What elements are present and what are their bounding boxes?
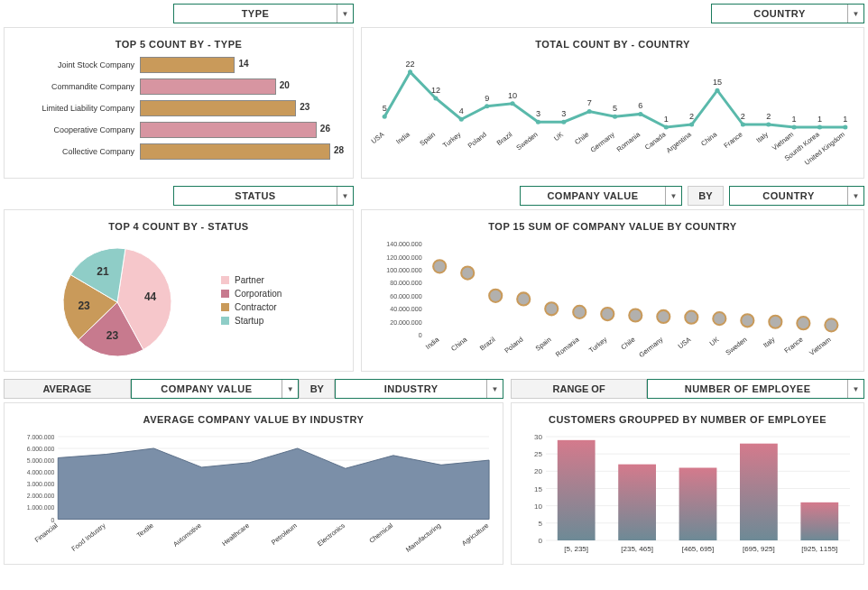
- svg-text:Sweden: Sweden: [515, 130, 540, 152]
- svg-text:1: 1: [664, 115, 669, 124]
- svg-point-42: [741, 123, 745, 127]
- svg-text:France: France: [722, 130, 743, 150]
- svg-point-95: [797, 317, 809, 329]
- svg-text:Brazil: Brazil: [478, 336, 497, 353]
- svg-text:Spain: Spain: [534, 336, 553, 353]
- chevron-down-icon: ▼: [282, 380, 298, 398]
- svg-text:20.000.000: 20.000.000: [390, 319, 421, 326]
- chevron-down-icon: ▼: [665, 187, 681, 205]
- average-label: AVERAGE: [4, 379, 131, 399]
- hbar-category: Limited Liability Company: [14, 104, 140, 113]
- country-line-title: TOTAL COUNT BY - COUNTRY: [371, 39, 854, 50]
- svg-point-24: [587, 109, 592, 114]
- svg-text:Manufacturing: Manufacturing: [404, 521, 442, 554]
- svg-text:Sweden: Sweden: [724, 336, 748, 357]
- type-bar-title: TOP 5 COUNT BY - TYPE: [14, 39, 344, 50]
- range-of-label: RANGE OF: [511, 379, 647, 399]
- svg-text:10: 10: [508, 91, 517, 100]
- svg-point-75: [517, 292, 530, 305]
- svg-text:0: 0: [419, 332, 422, 338]
- by-label: BY: [688, 186, 724, 206]
- industry-dropdown[interactable]: INDUSTRY ▼: [335, 379, 503, 399]
- svg-rect-141: [618, 465, 656, 540]
- value-country-chart: 020.000.00040.000.00060.000.00080.000.00…: [371, 239, 854, 367]
- svg-point-85: [657, 310, 669, 323]
- chevron-down-icon: ▼: [337, 187, 353, 205]
- svg-text:Agriculture: Agriculture: [460, 521, 490, 548]
- svg-text:23: 23: [78, 300, 90, 312]
- svg-text:Vietnam: Vietnam: [808, 336, 832, 357]
- svg-text:5: 5: [613, 104, 617, 113]
- svg-text:UK: UK: [552, 130, 565, 143]
- svg-text:22: 22: [406, 60, 415, 69]
- svg-point-93: [769, 316, 781, 328]
- chevron-down-icon: ▼: [337, 5, 353, 23]
- svg-point-9: [459, 117, 464, 122]
- svg-text:Germany: Germany: [589, 130, 616, 153]
- svg-text:Chile: Chile: [573, 130, 590, 146]
- svg-text:Brazil: Brazil: [495, 130, 514, 147]
- svg-text:60.000.000: 60.000.000: [390, 293, 421, 300]
- svg-point-83: [629, 309, 642, 321]
- type-bar-panel: TOP 5 COUNT BY - TYPE Joint Stock Compan…: [4, 27, 354, 179]
- svg-text:Romania: Romania: [554, 335, 581, 358]
- status-dropdown[interactable]: STATUS ▼: [173, 186, 354, 206]
- svg-text:2.000.000: 2.000.000: [27, 493, 55, 499]
- svg-point-91: [741, 314, 753, 327]
- svg-text:Healthcare: Healthcare: [220, 521, 251, 548]
- by2-label: BY: [299, 379, 335, 399]
- employee-dropdown[interactable]: NUMBER OF EMPLOYEE ▼: [647, 379, 864, 399]
- company-value-dropdown[interactable]: COMPANY VALUE ▼: [520, 186, 682, 206]
- svg-text:[235, 465]: [235, 465]: [621, 545, 653, 553]
- svg-rect-139: [558, 440, 596, 540]
- svg-text:4.000.000: 4.000.000: [27, 469, 55, 475]
- country-dropdown[interactable]: COUNTRY ▼: [711, 4, 864, 23]
- hbar-category: Cooperative Company: [14, 125, 140, 134]
- svg-text:1: 1: [843, 115, 847, 124]
- country2-dropdown-label: COUNTRY: [730, 190, 847, 201]
- type-dropdown[interactable]: TYPE ▼: [173, 4, 354, 23]
- svg-text:3: 3: [561, 109, 566, 118]
- svg-point-21: [561, 120, 566, 124]
- svg-text:Romania: Romania: [615, 130, 642, 153]
- legend-item: Contractor: [221, 302, 282, 312]
- svg-text:2: 2: [689, 112, 694, 121]
- country2-dropdown[interactable]: COUNTRY ▼: [729, 186, 864, 206]
- svg-rect-145: [740, 444, 778, 540]
- svg-text:3.000.000: 3.000.000: [27, 481, 55, 487]
- svg-text:Turkey: Turkey: [441, 130, 463, 149]
- chevron-down-icon: ▼: [847, 187, 863, 205]
- svg-text:Food Industry: Food Industry: [70, 521, 107, 553]
- svg-text:[5, 235]: [5, 235]: [564, 545, 588, 553]
- svg-text:[695, 925]: [695, 925]: [743, 545, 775, 553]
- svg-text:21: 21: [97, 265, 109, 278]
- svg-text:7.000.000: 7.000.000: [27, 434, 55, 440]
- svg-text:Germany: Germany: [637, 336, 664, 359]
- svg-point-89: [713, 312, 725, 325]
- svg-point-15: [511, 101, 515, 106]
- svg-text:0: 0: [539, 537, 543, 545]
- hbar-category: Joint Stock Company: [14, 60, 140, 69]
- svg-text:44: 44: [144, 290, 157, 303]
- type-bar-chart: Joint Stock Company14Commandite Company2…: [14, 57, 344, 160]
- svg-text:India: India: [394, 130, 411, 146]
- svg-point-33: [664, 124, 669, 129]
- svg-point-27: [613, 115, 617, 119]
- company-value2-dropdown[interactable]: COMPANY VALUE ▼: [131, 379, 300, 399]
- svg-text:China: China: [699, 130, 719, 148]
- legend-item: Partner: [221, 275, 282, 285]
- svg-point-3: [408, 69, 412, 74]
- svg-text:Automotive: Automotive: [171, 521, 203, 549]
- svg-text:USA: USA: [371, 130, 386, 145]
- svg-point-97: [825, 318, 837, 331]
- svg-text:40.000.000: 40.000.000: [390, 306, 421, 312]
- svg-text:6.000.000: 6.000.000: [27, 446, 55, 452]
- employee-hist-panel: CUSTOMERS GROUPPED BY NUMBER OF EMPLOYEE…: [511, 402, 864, 565]
- employee-hist-chart: 051015202530[5, 235][235, 465][465, 695]…: [521, 432, 854, 558]
- svg-text:5: 5: [383, 104, 387, 113]
- svg-text:20: 20: [534, 467, 542, 475]
- svg-text:140.000.000: 140.000.000: [386, 241, 421, 247]
- svg-text:UK: UK: [708, 336, 721, 348]
- hbar-category: Commandite Company: [14, 82, 140, 91]
- svg-text:Poland: Poland: [503, 336, 524, 355]
